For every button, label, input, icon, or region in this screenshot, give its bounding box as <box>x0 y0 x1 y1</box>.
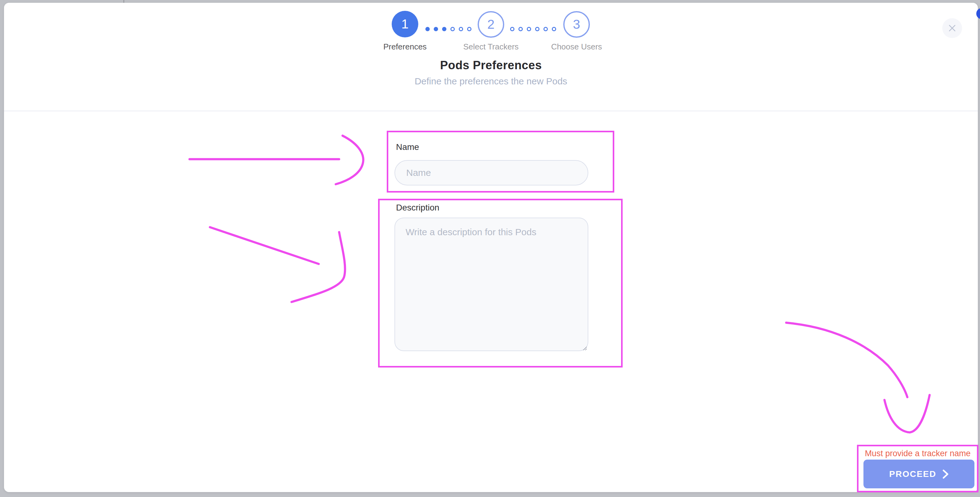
progress-dot <box>425 27 430 31</box>
progress-dot <box>519 27 523 31</box>
step-2-number: 2 <box>487 17 494 32</box>
progress-dot <box>467 27 471 31</box>
step-2-label: Select Trackers <box>445 42 537 52</box>
progress-dot <box>434 27 438 31</box>
description-textarea[interactable] <box>395 218 588 351</box>
step-2-circle[interactable]: 2 <box>477 11 504 38</box>
page-title: Pods Preferences <box>367 59 614 72</box>
progress-dot <box>544 27 548 31</box>
name-input[interactable] <box>395 160 588 186</box>
step-3-label: Choose Users <box>530 42 623 52</box>
browser-tab-divider <box>123 0 124 3</box>
step-3-circle[interactable]: 3 <box>563 11 590 38</box>
step-progress-dots-2 <box>510 27 556 31</box>
progress-dot <box>450 27 455 31</box>
step-1-label: Preferences <box>359 42 451 52</box>
screen: { "window": { "close_icon": "x-icon" }, … <box>0 0 980 497</box>
step-1-circle[interactable]: 1 <box>392 11 418 37</box>
proceed-button-label: PROCEED <box>889 469 936 479</box>
validation-error-message: Must provide a tracker name <box>857 449 978 458</box>
step-3-number: 3 <box>573 17 580 32</box>
page-subtitle: Define the preferences the new Pods <box>367 76 614 87</box>
progress-dot <box>527 27 531 31</box>
name-field-label: Name <box>396 142 419 152</box>
resize-handle-icon[interactable] <box>582 345 588 351</box>
progress-dot <box>459 27 463 31</box>
proceed-button[interactable]: PROCEED <box>864 460 974 488</box>
description-field-label: Description <box>396 203 439 213</box>
close-icon <box>948 24 956 32</box>
progress-dot <box>552 27 556 31</box>
progress-dot <box>535 27 539 31</box>
step-progress-dots-1 <box>425 27 471 31</box>
progress-dot <box>442 27 446 31</box>
progress-dot <box>510 27 514 31</box>
step-1-number: 1 <box>401 17 408 32</box>
chevron-right-icon <box>943 469 949 479</box>
close-button[interactable] <box>942 18 962 38</box>
description-field-wrap <box>395 218 588 351</box>
header-divider <box>4 111 978 111</box>
